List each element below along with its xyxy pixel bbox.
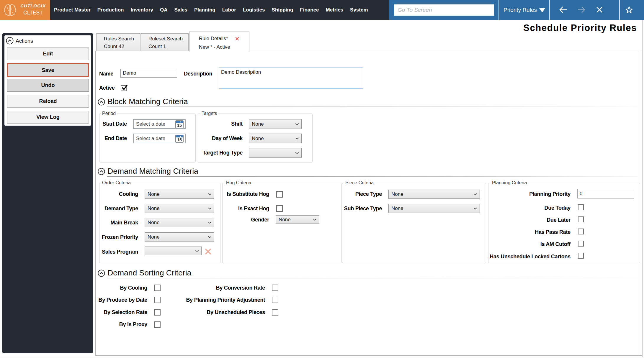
svg-text:15: 15 <box>177 123 182 128</box>
svg-text:15: 15 <box>177 137 182 142</box>
